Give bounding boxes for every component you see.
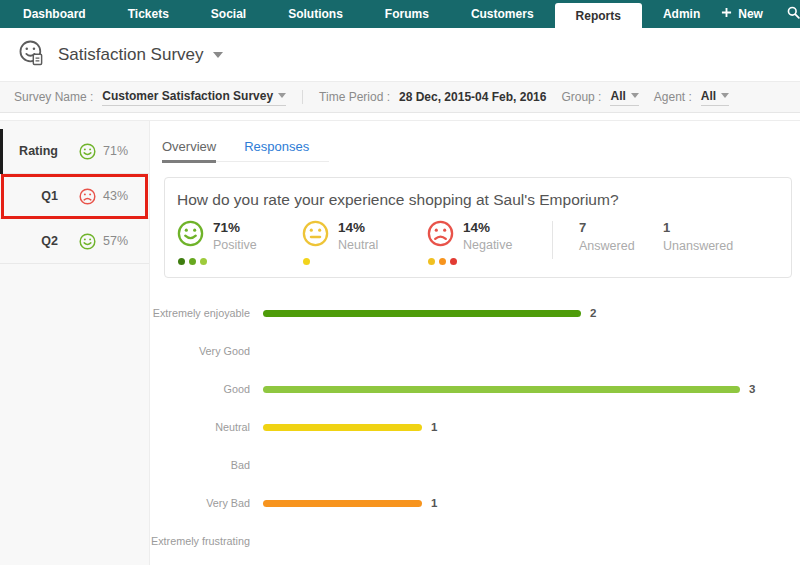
neutral-face-icon — [302, 220, 329, 252]
stat-percent: 71% — [213, 220, 257, 236]
sidebar-item-label: Q1 — [0, 189, 58, 203]
sentiment-dot-icon — [200, 258, 207, 265]
survey-name-label: Survey Name : — [14, 90, 93, 104]
stat-neutral: 14%Neutral — [302, 220, 427, 265]
nav-item-dashboard[interactable]: Dashboard — [2, 0, 107, 28]
nav-item-admin[interactable]: Admin — [642, 0, 721, 28]
count-value: 7 — [579, 220, 663, 235]
sidebar-item-percent: 71% — [103, 144, 128, 158]
top-nav: DashboardTicketsSocialSolutionsForumsCus… — [0, 0, 800, 28]
positive-face-icon — [177, 220, 204, 252]
chart-bar — [263, 310, 581, 317]
stat-top: 71%Positive — [177, 220, 302, 252]
answered-count: 7Answered — [579, 220, 663, 253]
stat-percent: 14% — [463, 220, 512, 236]
sentiment-dot-icon — [450, 258, 457, 265]
agent-select[interactable]: All — [701, 89, 729, 106]
chart-row-neutral: Neutral1 — [150, 408, 800, 446]
nav-item-forums[interactable]: Forums — [364, 0, 450, 28]
nav-right: New Search — [721, 0, 800, 28]
question-card: How do you rate your experience shopping… — [164, 177, 792, 278]
sentiment-dot-icon — [303, 258, 310, 265]
chart-row-extremely-frustrating: Extremely frustrating — [150, 522, 800, 560]
stat-label: Positive — [213, 238, 257, 252]
group-value: All — [610, 89, 625, 103]
count-label: Answered — [579, 239, 663, 253]
stat-positive: 71%Positive — [177, 220, 302, 265]
sentiment-dots — [303, 258, 427, 265]
chart-category-label: Bad — [150, 459, 250, 471]
chart-row-extremely-enjoyable: Extremely enjoyable2 — [150, 294, 800, 332]
group-label: Group : — [561, 90, 601, 104]
positive-face-icon — [79, 233, 96, 250]
stat-text: 71%Positive — [213, 220, 257, 252]
nav-item-social[interactable]: Social — [190, 0, 267, 28]
chart-category-text: Very Good — [199, 345, 250, 357]
bar-chart: Extremely enjoyable2Very GoodGood3Neutra… — [150, 294, 800, 560]
nav-item-customers[interactable]: Customers — [450, 0, 555, 28]
stat-top: 14%Negative — [427, 220, 552, 252]
count-value: 1 — [663, 220, 747, 235]
nav-items: DashboardTicketsSocialSolutionsForumsCus… — [0, 0, 721, 28]
agent-value: All — [701, 89, 716, 103]
chart-category-text: Extremely frustrating — [151, 535, 250, 547]
new-button-label: New — [738, 7, 763, 21]
survey-name-select[interactable]: Customer Satisfaction Survey — [102, 89, 286, 106]
sentiment-dot-icon — [439, 258, 446, 265]
chart-row-very-good: Very Good — [150, 332, 800, 370]
filter-divider — [302, 90, 303, 104]
question-sidebar: Rating 71%Q1 43%Q2 57% — [0, 121, 150, 565]
chart-bar-value: 1 — [431, 497, 437, 509]
nav-item-solutions[interactable]: Solutions — [267, 0, 364, 28]
chart-category-label: Very Good — [150, 345, 250, 357]
page-title: Satisfaction Survey — [58, 45, 204, 65]
time-period-value[interactable]: 28 Dec, 2015-04 Feb, 2016 — [399, 90, 546, 104]
chart-category-label: Very Bad — [150, 497, 250, 509]
negative-face-icon — [79, 188, 96, 205]
survey-report-icon — [18, 39, 45, 70]
tab-overview[interactable]: Overview — [162, 139, 216, 163]
stat-negative: 14%Negative — [427, 220, 552, 265]
agent-label: Agent : — [654, 90, 692, 104]
chart-bar — [263, 424, 422, 431]
chart-category-text: Very Bad — [206, 497, 250, 509]
new-button[interactable]: New — [721, 7, 763, 21]
chart-bar — [263, 500, 422, 507]
search-button[interactable]: Search — [787, 6, 800, 22]
plus-icon — [721, 7, 732, 21]
nav-item-tickets[interactable]: Tickets — [107, 0, 190, 28]
tab-responses[interactable]: Responses — [244, 139, 309, 161]
time-period-label: Time Period : — [319, 90, 390, 104]
content: Rating 71%Q1 43%Q2 57% OverviewResponses… — [0, 120, 800, 565]
search-icon — [787, 6, 800, 22]
stat-label: Negative — [463, 238, 512, 252]
stat-text: 14%Negative — [463, 220, 512, 252]
negative-face-icon — [427, 220, 454, 252]
title-bar: Satisfaction Survey — [0, 28, 800, 81]
chart-row-good: Good3 — [150, 370, 800, 408]
chart-category-text: Good — [224, 383, 250, 395]
stat-percent: 14% — [338, 220, 378, 236]
report-title-dropdown[interactable]: Satisfaction Survey — [58, 45, 223, 65]
sidebar-item-rating[interactable]: Rating 71% — [0, 129, 149, 174]
sidebar-item-percent: 43% — [103, 189, 128, 203]
chart-category-label: Neutral — [150, 421, 250, 433]
sidebar-item-q1[interactable]: Q1 43% — [0, 174, 149, 219]
nav-item-reports[interactable]: Reports — [555, 3, 642, 28]
positive-face-icon — [79, 143, 96, 160]
chart-row-very-bad: Very Bad1 — [150, 484, 800, 522]
sentiment-dot-icon — [428, 258, 435, 265]
chart-bar-value: 2 — [590, 307, 596, 319]
survey-name-value: Customer Satisfaction Survey — [102, 89, 273, 103]
count-label: Unanswered — [663, 239, 747, 253]
chart-category-label: Extremely frustrating — [150, 535, 250, 547]
group-select[interactable]: All — [610, 89, 638, 106]
sidebar-item-label: Q2 — [0, 234, 58, 248]
stats-divider — [552, 221, 553, 259]
main-panel: OverviewResponses How do you rate your e… — [150, 121, 800, 565]
sidebar-item-q2[interactable]: Q2 57% — [0, 219, 149, 264]
chart-row-bad: Bad — [150, 446, 800, 484]
chart-bar-value: 3 — [749, 383, 755, 395]
filter-bar: Survey Name : Customer Satisfaction Surv… — [0, 81, 800, 113]
chevron-down-icon — [278, 93, 286, 98]
